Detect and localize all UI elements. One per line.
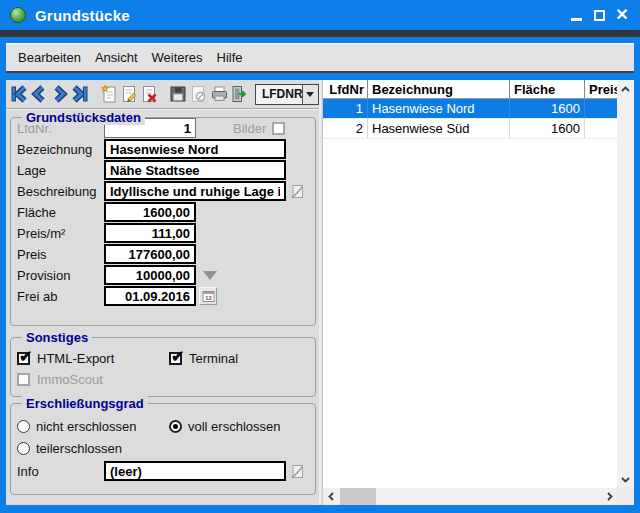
table-row[interactable]: 2 Hasenwiese Süd 1600 <box>323 119 618 139</box>
html-export-checkbox[interactable] <box>17 352 30 365</box>
beschreibung-field[interactable] <box>104 181 286 201</box>
preis-field[interactable] <box>104 244 196 264</box>
flaeche-field[interactable] <box>104 202 196 222</box>
first-record-icon <box>9 84 29 104</box>
radio-label: voll erschlossen <box>188 419 281 434</box>
calendar-icon: 12 <box>201 289 216 304</box>
row-bezeichnung: Bezeichnung <box>17 139 315 159</box>
grid-header: LfdNr Bezeichnung Fläche Preis <box>323 80 618 99</box>
next-record-icon <box>50 84 70 104</box>
edit-record-button[interactable] <box>119 83 139 105</box>
last-record-button[interactable] <box>70 83 90 105</box>
bezeichnung-label: Bezeichnung <box>17 142 104 157</box>
column-header-flaeche[interactable]: Fläche <box>510 80 585 98</box>
sort-combo-value: LFDNR <box>256 85 302 104</box>
memo-editor-icon[interactable] <box>289 463 306 480</box>
chevron-up-icon <box>620 84 631 95</box>
menu-hilfe[interactable]: Hilfe <box>210 46 250 69</box>
row-flaeche: Fläche <box>17 202 315 222</box>
save-button[interactable] <box>168 83 188 105</box>
group-grundstuecksdaten: Grundstücksdaten LfdNr. Bilder Bezeichnu… <box>10 117 316 326</box>
minimize-button[interactable] <box>568 7 584 23</box>
bilder-label: Bilder <box>233 121 266 136</box>
toolbar: LFDNR <box>6 80 319 108</box>
column-header-preis[interactable]: Preis <box>585 80 618 98</box>
row-beschreibung: Beschreibung <box>17 181 315 201</box>
bilder-checkbox <box>272 122 285 135</box>
new-record-button[interactable] <box>99 83 119 105</box>
provision-field[interactable] <box>104 265 196 285</box>
preis-qm-field[interactable] <box>104 223 196 243</box>
delete-record-button[interactable] <box>139 83 159 105</box>
last-record-icon <box>70 84 90 104</box>
scrollbar-corner <box>617 488 634 505</box>
app-icon <box>10 7 26 23</box>
radio-label: nicht erschlossen <box>36 419 136 434</box>
print-icon <box>209 84 229 104</box>
lage-label: Lage <box>17 163 104 178</box>
window-title: Grundstücke <box>35 7 130 24</box>
terminal-label: Terminal <box>189 351 238 366</box>
table-row[interactable]: 1 Hasenwiese Nord 1600 <box>323 99 618 119</box>
radio-voll-erschlossen[interactable] <box>169 420 182 433</box>
menu-weiteres[interactable]: Weiteres <box>145 46 210 69</box>
cell-flaeche: 1600 <box>510 119 585 138</box>
bezeichnung-field[interactable] <box>104 139 286 159</box>
title-separator-strip <box>0 30 640 37</box>
row-preis-qm: Preis/m² <box>17 223 315 243</box>
content-area: LFDNR Grundstücksdaten LfdNr. Bilder Be <box>6 80 634 505</box>
cell-bezeichnung: Hasenwiese Süd <box>368 119 510 138</box>
column-header-bezeichnung[interactable]: Bezeichnung <box>368 80 510 98</box>
column-header-lfdnr[interactable]: LfdNr <box>323 80 368 98</box>
new-record-icon <box>99 84 119 104</box>
provision-dropdown-icon[interactable] <box>203 271 217 280</box>
close-button[interactable]: ✕ <box>614 7 630 23</box>
cell-bezeichnung: Hasenwiese Nord <box>368 99 510 118</box>
info-field[interactable] <box>104 461 286 481</box>
print-button[interactable] <box>208 83 228 105</box>
scroll-up-button[interactable] <box>617 80 634 98</box>
scroll-right-button[interactable] <box>601 488 618 505</box>
info-label: Info <box>17 464 104 479</box>
vertical-scrollbar[interactable] <box>617 80 634 488</box>
svg-text:12: 12 <box>205 295 212 301</box>
cell-lfdnr: 2 <box>323 119 368 138</box>
first-record-button[interactable] <box>9 83 29 105</box>
panel-splitter[interactable] <box>319 80 321 505</box>
radio-teilerschlossen[interactable] <box>17 442 30 455</box>
cell-preis <box>585 119 618 138</box>
flaeche-label: Fläche <box>17 205 104 220</box>
radio-nicht-erschlossen[interactable] <box>17 420 30 433</box>
cell-flaeche: 1600 <box>510 99 585 118</box>
horizontal-scrollbar[interactable] <box>323 488 618 505</box>
memo-editor-icon[interactable] <box>289 183 306 200</box>
minimize-icon <box>571 18 582 21</box>
previous-record-button[interactable] <box>29 83 49 105</box>
sort-combo[interactable]: LFDNR <box>255 84 319 105</box>
row-provision: Provision <box>17 265 315 285</box>
maximize-icon <box>594 10 605 21</box>
records-table-panel: LfdNr Bezeichnung Fläche Preis 1 Hasenwi… <box>322 80 634 505</box>
exit-button[interactable] <box>229 83 249 105</box>
group-title: Erschließungsgrad <box>22 396 148 411</box>
lage-field[interactable] <box>104 160 286 180</box>
preis-qm-label: Preis/m² <box>17 226 104 241</box>
sort-combo-dropdown-button[interactable] <box>302 85 318 104</box>
row-checkboxes-1: HTML-Export Terminal <box>17 350 315 367</box>
edit-record-icon <box>119 84 139 104</box>
scroll-left-button[interactable] <box>323 488 340 505</box>
cell-lfdnr: 1 <box>323 99 368 118</box>
scroll-down-button[interactable] <box>617 470 634 488</box>
maximize-button[interactable] <box>591 7 607 23</box>
chevron-down-icon <box>620 474 631 485</box>
horizontal-scroll-thumb[interactable] <box>340 488 376 505</box>
calendar-button[interactable]: 12 <box>199 287 217 305</box>
close-icon: ✕ <box>615 8 628 22</box>
radio-label: teilerschlossen <box>36 441 122 456</box>
terminal-checkbox[interactable] <box>169 352 182 365</box>
menu-ansicht[interactable]: Ansicht <box>88 46 145 69</box>
menu-bearbeiten[interactable]: Bearbeiten <box>11 46 88 69</box>
next-record-button[interactable] <box>49 83 69 105</box>
frei-ab-field[interactable] <box>104 286 196 306</box>
preis-label: Preis <box>17 247 104 262</box>
